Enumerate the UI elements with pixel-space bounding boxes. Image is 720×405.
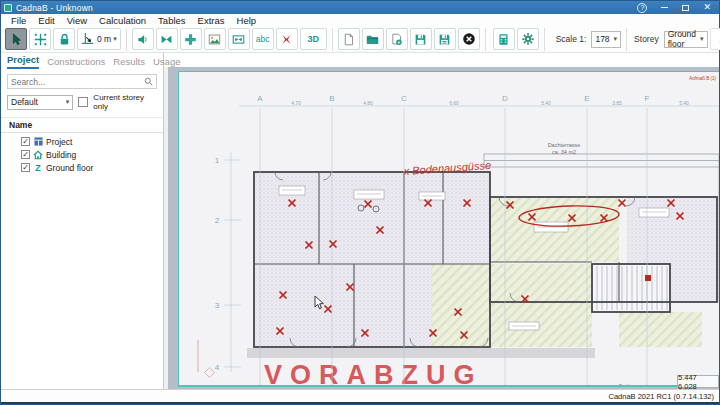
ground-floor-checkbox[interactable]: ✓ <box>21 163 30 172</box>
minimize-button[interactable] <box>661 7 668 8</box>
svg-text:6.60: 6.60 <box>449 100 459 106</box>
toolbar-separator <box>544 28 545 51</box>
speaker-icon <box>136 33 149 46</box>
vorabzug-watermark: VORABZUG <box>264 360 483 387</box>
import-file-button[interactable] <box>386 28 408 50</box>
tree-item-label: Project <box>46 137 72 147</box>
tab-constructions[interactable]: Constructions <box>47 56 105 69</box>
app-icon <box>4 4 12 12</box>
add-plus-icon <box>184 33 197 46</box>
tree-item-ground-floor[interactable]: ✓ Z Ground floor <box>1 161 163 174</box>
new-file-button[interactable] <box>338 28 360 50</box>
chevron-down-icon: ▾ <box>113 35 117 43</box>
move-tool-button[interactable] <box>29 28 51 50</box>
speaker-source-button[interactable] <box>132 28 154 50</box>
maximize-button[interactable] <box>682 5 689 11</box>
menu-file[interactable]: File <box>5 15 32 26</box>
sidebar-tabs: Project Constructions Results Usage <box>1 53 163 69</box>
sidebar: Project Constructions Results Usage Defa… <box>1 53 164 389</box>
receiver-button[interactable] <box>156 28 178 50</box>
scale-select[interactable]: 178 ▾ <box>591 31 621 48</box>
text-tool-button[interactable]: abc <box>252 28 274 50</box>
filter-value: Default <box>11 97 66 107</box>
svg-text:B: B <box>329 94 334 103</box>
save-icon <box>414 33 427 46</box>
close-button[interactable]: ✕ <box>703 3 711 12</box>
distance-axis-icon <box>81 32 95 46</box>
lock-icon <box>58 33 71 46</box>
svg-text:E: E <box>584 94 589 103</box>
menu-extras[interactable]: Extras <box>192 15 231 26</box>
calculator-icon <box>497 33 510 46</box>
camera-frame-icon <box>232 33 245 46</box>
corridor-green <box>432 264 592 347</box>
storey-select[interactable]: Ground floor ▾ <box>664 31 708 48</box>
svg-text:C: C <box>401 94 407 103</box>
select-tool-button[interactable] <box>5 28 27 50</box>
staircase <box>592 264 670 312</box>
floor-plan-bitmap[interactable]: Dachterrasse ca. 34 m2 x Bodenausgüsse V… <box>178 71 719 387</box>
current-storey-label: Current storey only <box>93 93 157 111</box>
open-file-button[interactable] <box>362 28 384 50</box>
open-folder-icon <box>366 33 379 46</box>
lock-tool-button[interactable] <box>53 28 75 50</box>
tab-results[interactable]: Results <box>113 56 145 69</box>
view-frame-button[interactable] <box>228 28 250 50</box>
receiver-bowtie-icon <box>160 33 173 46</box>
bitmap-image-icon <box>208 33 221 46</box>
svg-text:1: 1 <box>215 156 220 165</box>
project-checkbox[interactable]: ✓ <box>21 137 30 146</box>
svg-text:5.40: 5.40 <box>541 100 551 106</box>
view-3d-button[interactable]: 3D <box>300 28 327 50</box>
search-input[interactable] <box>11 77 144 87</box>
building-checkbox[interactable]: ✓ <box>21 150 30 159</box>
status-bar: CadnaB 2021 RC1 (0.7.14.132) <box>1 389 719 404</box>
tree-item-project[interactable]: ✓ Project <box>1 135 163 148</box>
svg-text:2: 2 <box>215 216 220 225</box>
scale-label: Scale 1: <box>556 34 587 44</box>
menu-calculation[interactable]: Calculation <box>93 15 152 26</box>
insert-bitmap-button[interactable] <box>204 28 226 50</box>
current-storey-checkbox[interactable] <box>78 97 88 107</box>
calculate-button[interactable] <box>493 28 515 50</box>
search-box[interactable] <box>7 74 157 89</box>
save-button[interactable] <box>410 28 432 50</box>
chevron-down-icon: ▾ <box>700 35 704 43</box>
terrace-label: Dachterrasse <box>548 142 581 148</box>
svg-text:4.70: 4.70 <box>291 100 301 106</box>
menu-view[interactable]: View <box>61 15 93 26</box>
stamp-text: Aufmaß B (1) <box>689 76 716 81</box>
tree-item-building[interactable]: ✓ Building <box>1 148 163 161</box>
tab-project[interactable]: Project <box>7 54 39 69</box>
mouse-cursor <box>314 295 325 310</box>
filter-select[interactable]: Default ▾ <box>7 95 73 110</box>
toolbar-separator <box>485 28 486 51</box>
toolbar-separator <box>626 28 627 51</box>
tree-item-label: Building <box>46 150 76 160</box>
settings-button[interactable] <box>517 28 539 50</box>
balcony-band <box>247 348 595 358</box>
move-crosshair-icon <box>34 33 47 46</box>
menu-edit[interactable]: Edit <box>32 15 60 26</box>
svg-text:4: 4 <box>215 363 220 372</box>
select-arrow-icon <box>10 33 23 46</box>
add-object-button[interactable] <box>180 28 202 50</box>
storey-down-button[interactable]: ↓ <box>710 28 720 50</box>
window-title: CadnaB - Unknown <box>16 3 637 13</box>
help-button[interactable]: ? <box>637 3 647 13</box>
drawing-canvas[interactable]: Dachterrasse ca. 34 m2 x Bodenausgüsse V… <box>164 67 719 389</box>
chevron-down-icon: ▾ <box>614 35 618 43</box>
room-green-right <box>619 312 702 347</box>
menu-help[interactable]: Help <box>231 15 263 26</box>
delete-tool-button[interactable] <box>276 28 298 50</box>
stop-button[interactable] <box>458 28 480 50</box>
building-icon <box>33 150 43 160</box>
menu-tables[interactable]: Tables <box>152 15 191 26</box>
margin-marks <box>198 340 214 377</box>
terrace-area-label: ca. 34 m2 <box>552 149 576 155</box>
chevron-down-icon: ▾ <box>66 98 70 106</box>
bottom-terrace-label: Dachterrasse <box>619 384 646 387</box>
project-icon <box>33 137 43 147</box>
save-as-button[interactable] <box>434 28 456 50</box>
distance-tool-button[interactable]: 0 m ▾ <box>77 28 121 50</box>
